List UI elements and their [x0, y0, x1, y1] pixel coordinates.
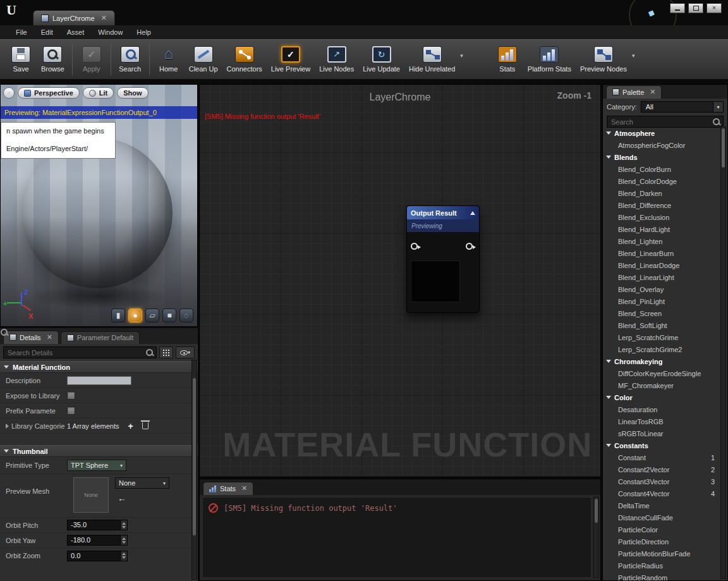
asset-tab[interactable]: LayerChrome ✕: [33, 10, 115, 25]
restore-button[interactable]: [688, 3, 703, 13]
palette-scrollbar-thumb[interactable]: [722, 128, 725, 168]
tab-stats[interactable]: Stats ✕: [203, 482, 253, 495]
palette-item[interactable]: Blend_Overlay: [603, 283, 719, 295]
sphere-shape-button[interactable]: ●: [128, 309, 142, 322]
palette-item[interactable]: Constant 1: [603, 451, 719, 463]
stats-button[interactable]: Stats: [492, 41, 523, 78]
palette-item[interactable]: Blend_PinLight: [603, 295, 719, 307]
palette-item[interactable]: Lerp_ScratchGrime2: [603, 343, 719, 355]
node-header[interactable]: Output Result: [407, 206, 479, 219]
palette-item[interactable]: ParticleMotionBlurFade: [603, 547, 719, 560]
orbit-yaw-input[interactable]: -180.0: [67, 535, 128, 546]
stats-scrollbar[interactable]: [593, 497, 599, 578]
view-options-grid-button[interactable]: [159, 346, 173, 358]
palette-item[interactable]: DeltaTime: [603, 499, 719, 511]
preview-nodes-button[interactable]: Preview Nodes: [576, 41, 631, 78]
tab-palette[interactable]: Palette ✕: [606, 85, 662, 99]
visibility-filter-button[interactable]: ▾: [176, 346, 195, 358]
orbit-zoom-stepper[interactable]: [120, 551, 127, 561]
palette-item[interactable]: Blend_Exclusion: [603, 211, 719, 223]
palette-item[interactable]: ParticleColor: [603, 523, 719, 535]
node-output-pin[interactable]: [466, 243, 473, 250]
output-result-node[interactable]: Output Result Previewing: [406, 205, 480, 313]
palette-item[interactable]: ParticleRandom: [603, 572, 719, 580]
asset-tab-close-icon[interactable]: ✕: [101, 14, 107, 22]
show-button[interactable]: Show: [117, 87, 148, 99]
clean-up-button[interactable]: Clean Up: [185, 41, 222, 78]
palette-item[interactable]: Blend_Screen: [603, 307, 719, 319]
palette-item[interactable]: LinearTosRGB: [603, 415, 719, 427]
mesh-shape-button[interactable]: ◌: [179, 309, 193, 322]
palette-item[interactable]: Blend_SoftLight: [603, 319, 719, 331]
live-nodes-button[interactable]: Live Nodes: [315, 41, 358, 78]
lit-button[interactable]: Lit: [83, 87, 114, 99]
palette-item[interactable]: Blend_LinearDodge: [603, 259, 719, 271]
use-selected-arrow-icon[interactable]: ←: [118, 493, 126, 503]
live-preview-button[interactable]: Live Preview: [267, 41, 315, 78]
stats-log[interactable]: [SM5] Missing function output 'Result': [202, 497, 592, 578]
tab-details[interactable]: Details ✕: [3, 331, 59, 344]
details-scrollbar-thumb[interactable]: [193, 378, 196, 535]
preview-nodes-dropdown-icon[interactable]: ▾: [632, 52, 635, 59]
palette-item[interactable]: Desaturation: [603, 403, 719, 415]
palette-item[interactable]: Blend_ColorDodge: [603, 175, 719, 187]
expander-icon[interactable]: [6, 424, 9, 429]
menu-help[interactable]: Help: [130, 27, 158, 38]
palette-item[interactable]: Constant2Vector 2: [603, 463, 719, 475]
search-button[interactable]: Search: [114, 41, 146, 78]
menu-asset[interactable]: Asset: [60, 27, 92, 38]
details-tab-close-icon[interactable]: ✕: [47, 333, 52, 341]
palette-item[interactable]: sRGBToLinear: [603, 427, 719, 439]
connectors-button[interactable]: Connectors: [222, 41, 267, 78]
primitive-type-select[interactable]: TPT Sphere ▾: [67, 460, 126, 471]
stats-tab-close-icon[interactable]: ✕: [241, 484, 247, 492]
prefix-parameter-checkbox[interactable]: [67, 407, 75, 415]
stats-scrollbar-thumb[interactable]: [595, 499, 598, 523]
orbit-zoom-input[interactable]: 0.0: [67, 551, 128, 561]
tab-parameter-default[interactable]: Parameter Default: [61, 331, 140, 344]
palette-item[interactable]: DiffColorKeyerErodeSingle: [603, 367, 719, 379]
palette-tab-close-icon[interactable]: ✕: [650, 88, 655, 96]
preview-mesh-select[interactable]: None ▾: [115, 477, 169, 489]
palette-item[interactable]: Constant4Vector 4: [603, 487, 719, 499]
perspective-button[interactable]: Perspective: [18, 87, 80, 99]
cube-shape-button[interactable]: ■: [162, 309, 176, 322]
orbit-pitch-input[interactable]: -35.0: [67, 520, 128, 530]
palette-item[interactable]: Blend_Darken: [603, 187, 719, 199]
description-field[interactable]: [67, 376, 131, 385]
palette-scrollbar[interactable]: [720, 126, 726, 579]
palette-item[interactable]: Blend_LinearLight: [603, 271, 719, 283]
palette-item[interactable]: AtmosphericFogColor: [603, 139, 719, 151]
home-button[interactable]: Home: [153, 41, 185, 78]
palette-item[interactable]: Blend_HardLight: [603, 223, 719, 235]
hide-unrelated-button[interactable]: Hide Unrelated: [404, 41, 459, 78]
palette-item[interactable]: Chromakeying: [603, 355, 719, 367]
preview-viewport[interactable]: ▾ Perspective Lit Show Previewing: Mater…: [0, 84, 198, 327]
graph-canvas[interactable]: LayerChrome Zoom -1 [SM5] Missing functi…: [199, 84, 601, 477]
viewport-options-dropdown[interactable]: ▾: [3, 87, 15, 99]
hide-unrelated-dropdown-icon[interactable]: ▾: [460, 52, 463, 59]
palette-item[interactable]: Constants: [603, 439, 719, 451]
save-button[interactable]: Save: [5, 41, 37, 78]
palette-item[interactable]: Blend_LinearBurn: [603, 247, 719, 259]
palette-item[interactable]: DistanceCullFade: [603, 511, 719, 523]
palette-item[interactable]: Lerp_ScratchGrime: [603, 331, 719, 343]
thumbnail-section-header[interactable]: Thumbnail: [0, 445, 198, 457]
node-input-pin[interactable]: [411, 243, 418, 250]
palette-search-input[interactable]: [607, 116, 724, 128]
palette-item[interactable]: ParticleDirection: [603, 535, 719, 547]
apply-button[interactable]: Apply: [76, 41, 107, 78]
browse-button[interactable]: Browse: [37, 41, 69, 78]
add-element-button[interactable]: +: [128, 421, 133, 431]
palette-item[interactable]: Constant3Vector 3: [603, 475, 719, 487]
menu-file[interactable]: File: [9, 27, 34, 38]
plane-shape-button[interactable]: ▱: [145, 309, 159, 322]
palette-item[interactable]: ParticleRadius: [603, 560, 719, 572]
cylinder-shape-button[interactable]: ▮: [111, 309, 125, 322]
orbit-pitch-stepper[interactable]: [120, 520, 127, 530]
live-update-button[interactable]: Live Update: [358, 41, 404, 78]
orbit-yaw-stepper[interactable]: [120, 535, 127, 545]
category-select[interactable]: All ▾: [641, 101, 724, 113]
palette-item[interactable]: Blends: [603, 151, 719, 163]
material-function-section-header[interactable]: Material Function: [0, 361, 198, 373]
